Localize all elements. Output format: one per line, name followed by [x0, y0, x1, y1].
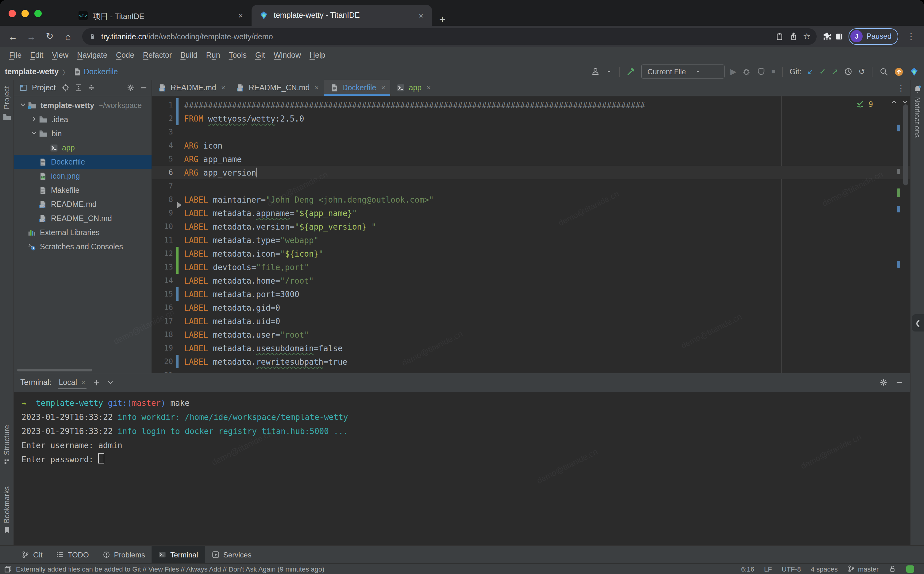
code-line[interactable]: 2FROM wettyoss/wetty:2.5.0	[152, 112, 910, 125]
tree-item-app[interactable]: app	[14, 140, 152, 155]
close-window-button[interactable]	[9, 10, 16, 17]
code-line[interactable]: 18LABEL metadata.user="root"	[152, 328, 910, 341]
editor-tab-app[interactable]: app×	[391, 80, 436, 96]
tree-item-bin[interactable]: bin	[14, 126, 152, 140]
git-commit-icon[interactable]: ✓	[819, 68, 826, 76]
editor-tab-readme-cn-md[interactable]: MDREADME_CN.md×	[230, 80, 324, 96]
menu-item-run[interactable]: Run	[202, 49, 225, 61]
run-config-dropdown[interactable]: Current File	[641, 65, 725, 79]
select-opened-file-icon[interactable]	[61, 84, 70, 92]
file-encoding[interactable]: UTF-8	[782, 565, 801, 572]
close-tab-icon[interactable]: ×	[236, 11, 245, 20]
stop-icon[interactable]: ■	[772, 68, 776, 75]
menu-item-view[interactable]: View	[47, 49, 73, 61]
stripe-mark[interactable]	[897, 125, 900, 131]
close-tab-icon[interactable]: ×	[426, 84, 431, 92]
code-line[interactable]: 4ARG icon	[152, 139, 910, 152]
code-line[interactable]: 8LABEL maintainer="John Deng <john.deng@…	[152, 193, 910, 206]
tree-item-external-libraries[interactable]: External Libraries	[14, 225, 152, 240]
menu-item-code[interactable]: Code	[112, 49, 139, 61]
rollback-icon[interactable]: ↺	[858, 68, 865, 76]
code-line[interactable]: 21	[152, 368, 910, 373]
git-push-icon[interactable]: ↗	[831, 68, 838, 76]
menu-item-navigate[interactable]: Navigate	[73, 49, 112, 61]
close-tab-icon[interactable]: ×	[416, 11, 426, 20]
run-icon[interactable]: ▶	[731, 68, 737, 76]
gear-icon[interactable]	[126, 84, 135, 92]
titanide-logo-icon[interactable]	[909, 66, 919, 76]
code-with-me-icon[interactable]	[591, 67, 600, 76]
browser-tab[interactable]: template-wetty - TitanIDE×	[251, 5, 432, 26]
new-tab-button[interactable]: +	[432, 14, 453, 26]
new-terminal-icon[interactable]	[93, 378, 101, 386]
status-message[interactable]: Externally added files can be added to G…	[16, 565, 741, 572]
code-line[interactable]: 14LABEL metadata.home="/root"	[152, 274, 910, 287]
code-line[interactable]: 3	[152, 125, 910, 139]
code-line[interactable]: 9LABEL metadata.appname="${app_name}"	[152, 206, 910, 220]
code-line[interactable]: 20LABEL metadata.rewritesubpath=true	[152, 355, 910, 368]
close-tab-icon[interactable]: ×	[314, 84, 319, 92]
search-everywhere-icon[interactable]	[879, 67, 888, 76]
tree-item-readme-md[interactable]: MDREADME.md	[14, 197, 152, 211]
stripe-mark[interactable]	[897, 188, 900, 197]
tool-button-todo[interactable]: TODO	[49, 546, 96, 564]
minimize-window-button[interactable]	[22, 10, 29, 17]
side-panel-icon[interactable]	[835, 32, 844, 41]
tree-item--idea[interactable]: .idea	[14, 112, 152, 126]
menu-item-tools[interactable]: Tools	[225, 49, 251, 61]
terminal-output[interactable]: → template-wetty git:(master) make2023-0…	[14, 392, 910, 546]
menu-item-refactor[interactable]: Refactor	[139, 49, 176, 61]
stripe-mark[interactable]	[897, 206, 900, 213]
code-editor[interactable]: 1#######################################…	[152, 96, 910, 373]
build-hammer-icon[interactable]	[627, 67, 636, 76]
line-separator[interactable]: LF	[764, 565, 772, 572]
close-icon[interactable]: ×	[81, 379, 85, 386]
code-line[interactable]: 6ARG app_version	[152, 166, 910, 179]
menu-item-help[interactable]: Help	[305, 49, 330, 61]
breadcrumb-file[interactable]: Dockerfile	[73, 67, 118, 76]
tool-button-terminal[interactable]: Terminal	[152, 546, 205, 564]
editor-scrollbar[interactable]	[894, 96, 910, 373]
back-button[interactable]: ←	[5, 31, 21, 41]
stripe-tab-bookmarks[interactable]: Bookmarks	[0, 486, 14, 534]
stripe-mark[interactable]	[897, 261, 900, 268]
chevron-down-icon[interactable]	[606, 68, 613, 75]
tree-item-template-wetty[interactable]: template-wetty~/workspace	[14, 98, 152, 112]
project-hscrollbar[interactable]	[14, 368, 152, 373]
code-line[interactable]: 10LABEL metadata.version="${app_version}…	[152, 220, 910, 233]
hide-panel-icon[interactable]	[139, 84, 148, 92]
scrollbar-thumb[interactable]	[903, 104, 908, 185]
editor-tab-dockerfile[interactable]: Dockerfile×	[324, 80, 390, 96]
tree-item-readme-cn-md[interactable]: MDREADME_CN.md	[14, 211, 152, 225]
code-line[interactable]: 16LABEL metadata.gid=0	[152, 301, 910, 314]
close-tab-icon[interactable]: ×	[221, 84, 225, 92]
git-branch[interactable]: master	[848, 565, 878, 573]
gutter-marker-icon[interactable]	[177, 202, 182, 208]
event-log-icon[interactable]	[4, 565, 12, 573]
home-button[interactable]: ⌂	[60, 31, 76, 41]
expand-all-icon[interactable]	[74, 84, 83, 92]
clipboard-icon[interactable]	[775, 32, 784, 41]
stripe-tab-project[interactable]: Project	[0, 86, 14, 121]
url-text[interactable]: try.titanide.cn/ide/web/coding/template-…	[101, 31, 770, 42]
tree-item-icon-png[interactable]: icon.png	[14, 169, 152, 183]
collapse-panel-button[interactable]: ❮	[912, 314, 924, 331]
tree-item-dockerfile[interactable]: Dockerfile	[14, 155, 152, 169]
minimize-panel-icon[interactable]	[895, 378, 904, 387]
address-bar[interactable]: try.titanide.cn/ide/web/coding/template-…	[82, 28, 817, 44]
code-line[interactable]: 15LABEL metadata.port=3000	[152, 287, 910, 301]
tree-item-makefile[interactable]: Makefile	[14, 183, 152, 197]
tool-button-problems[interactable]: Problems	[96, 546, 152, 564]
caret-position[interactable]: 6:16	[741, 565, 754, 572]
stripe-tab-notifications[interactable]: Notifications	[910, 85, 924, 138]
stripe-tab-structure[interactable]: Structure	[0, 425, 14, 466]
editor-tabs-menu-icon[interactable]: ⋮	[892, 80, 910, 96]
terminal-settings-gear-icon[interactable]	[879, 378, 888, 387]
code-line[interactable]: 17LABEL metadata.uid=0	[152, 314, 910, 328]
bookmark-star-icon[interactable]: ☆	[803, 31, 811, 41]
menu-item-edit[interactable]: Edit	[26, 49, 47, 61]
menu-item-file[interactable]: File	[5, 49, 26, 61]
code-line[interactable]: 13LABEL devtools="file,port"	[152, 260, 910, 274]
chevron-down-icon[interactable]	[29, 129, 39, 139]
share-icon[interactable]	[789, 32, 798, 41]
